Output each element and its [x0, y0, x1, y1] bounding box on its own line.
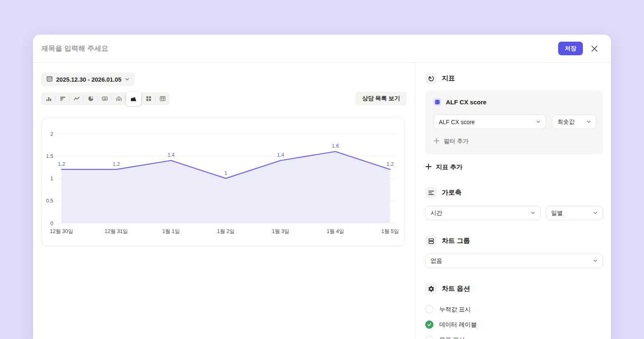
svg-text:1월 4일: 1월 4일 [327, 228, 344, 234]
gauge-icon [425, 73, 437, 84]
svg-text:1: 1 [50, 176, 53, 181]
horizontal-axis-icon [425, 187, 437, 198]
svg-text:1.4: 1.4 [277, 152, 284, 158]
table-icon[interactable] [156, 92, 169, 105]
svg-text:1.2: 1.2 [113, 161, 120, 167]
xaxis-interval-select[interactable]: 일별 [546, 206, 603, 220]
metric-section-header: 지표 [425, 73, 603, 84]
number-kpi-icon[interactable]: 09 [98, 92, 111, 105]
funnel-chart-icon[interactable] [112, 92, 125, 105]
svg-text:1.2: 1.2 [58, 161, 65, 167]
pie-chart-icon[interactable] [84, 92, 97, 105]
metric-field-value: ALF CX score [439, 119, 475, 125]
metric-name: ALF CX score [446, 99, 486, 106]
svg-text:12월 30일: 12월 30일 [50, 228, 73, 234]
option-label: 데이터 레이블 [439, 321, 477, 329]
group-section-title: 차트 그룹 [442, 237, 470, 245]
chart-group-value: 없음 [431, 257, 442, 265]
svg-text:1.2: 1.2 [386, 161, 393, 167]
xaxis-section-header: 가로축 [425, 187, 603, 198]
chart-editor-modal: 제목을 입력해 주세요 저장 2025.12.30 - 2026.01.05 [33, 35, 611, 339]
xaxis-field-value: 시간 [431, 210, 442, 217]
chart-group-select[interactable]: 없음 [425, 254, 603, 268]
series-color-dot [435, 100, 440, 104]
add-metric-button[interactable]: 지표 추가 [425, 163, 462, 171]
card-grid-icon[interactable] [142, 92, 155, 105]
svg-text:0.5: 0.5 [46, 198, 53, 204]
option-stacked-values[interactable]: 누적값 표시 [425, 305, 603, 313]
area-chart: 00.511.521.21.21.411.41.61.212월 30일12월 3… [42, 120, 404, 244]
modal-header: 제목을 입력해 주세요 저장 [33, 35, 611, 63]
line-chart-icon[interactable] [70, 92, 83, 105]
checkbox-icon [425, 320, 433, 329]
plus-icon [425, 163, 432, 171]
option-data-labels[interactable]: 데이터 레이블 [425, 320, 603, 329]
svg-text:1월 3일: 1월 3일 [272, 228, 289, 234]
option-label: 목표 표시 [439, 336, 465, 339]
chart-group-icon [425, 235, 437, 247]
checkbox-icon [425, 336, 433, 339]
close-icon[interactable] [590, 44, 599, 54]
chevron-down-icon [530, 210, 535, 217]
metric-aggregation-select[interactable]: 최솟값 [552, 115, 597, 129]
svg-text:1.6: 1.6 [332, 143, 339, 149]
chevron-down-icon [593, 210, 598, 217]
svg-text:0: 0 [50, 221, 53, 226]
chart-options-list: 누적값 표시 데이터 레이블 목표 표시 [425, 305, 603, 339]
chevron-down-icon [536, 119, 541, 125]
xaxis-field-select[interactable]: 시간 [425, 206, 541, 220]
chevron-down-icon [593, 258, 598, 264]
save-button[interactable]: 저장 [558, 42, 583, 55]
chevron-down-icon [586, 119, 591, 125]
option-label: 누적값 표시 [439, 306, 471, 313]
add-filter-button[interactable]: 필터 추가 [433, 138, 469, 145]
svg-text:1.5: 1.5 [46, 153, 53, 159]
xaxis-section-title: 가로축 [442, 188, 462, 197]
gear-icon [425, 283, 437, 294]
options-section-header: 차트 옵션 [425, 283, 603, 294]
group-section-header: 차트 그룹 [425, 235, 603, 247]
svg-text:1: 1 [225, 170, 227, 176]
svg-text:1월 2일: 1월 2일 [217, 228, 234, 234]
svg-text:09: 09 [103, 97, 107, 100]
xaxis-interval-value: 일별 [551, 210, 563, 217]
column-chart-icon[interactable] [42, 92, 55, 105]
bar-chart-icon[interactable] [56, 92, 69, 105]
svg-text:12월 31일: 12월 31일 [105, 228, 128, 234]
metric-aggregation-value: 최솟값 [557, 118, 575, 126]
svg-text:1월 5일: 1월 5일 [381, 228, 399, 234]
series-color-swatch [433, 98, 441, 106]
option-show-goal[interactable]: 목표 표시 [425, 336, 603, 339]
date-range-label: 2025.12.30 - 2026.01.05 [56, 76, 121, 83]
add-filter-label: 필터 추가 [444, 138, 469, 145]
area-chart-icon[interactable] [126, 92, 141, 106]
chevron-down-icon [125, 76, 130, 83]
date-range-picker[interactable]: 2025.12.30 - 2026.01.05 [41, 73, 135, 86]
metric-section-title: 지표 [442, 74, 455, 83]
plus-icon [433, 138, 440, 145]
chart-preview-pane: 2025.12.30 - 2026.01.05 [33, 63, 415, 339]
chart-type-toolbar: 09 [41, 92, 170, 105]
svg-text:1.4: 1.4 [168, 152, 175, 158]
checkbox-icon [425, 305, 433, 313]
add-metric-label: 지표 추가 [436, 163, 462, 171]
calendar-icon [46, 75, 53, 83]
svg-text:2: 2 [50, 131, 53, 137]
metric-field-select[interactable]: ALF CX score [433, 115, 546, 129]
metric-card: ALF CX score ALF CX score 최솟값 필터 추가 [425, 90, 603, 154]
chart-card: 00.511.521.21.21.411.41.61.212월 30일12월 3… [41, 118, 405, 246]
svg-text:1월 1일: 1월 1일 [162, 228, 180, 234]
options-section-title: 차트 옵션 [442, 285, 470, 293]
chart-title-input[interactable]: 제목을 입력해 주세요 [41, 44, 108, 53]
view-consult-list-button[interactable]: 상담 목록 보기 [355, 92, 407, 106]
chart-settings-pane: 지표 ALF CX score ALF CX score 최솟값 [415, 63, 611, 339]
